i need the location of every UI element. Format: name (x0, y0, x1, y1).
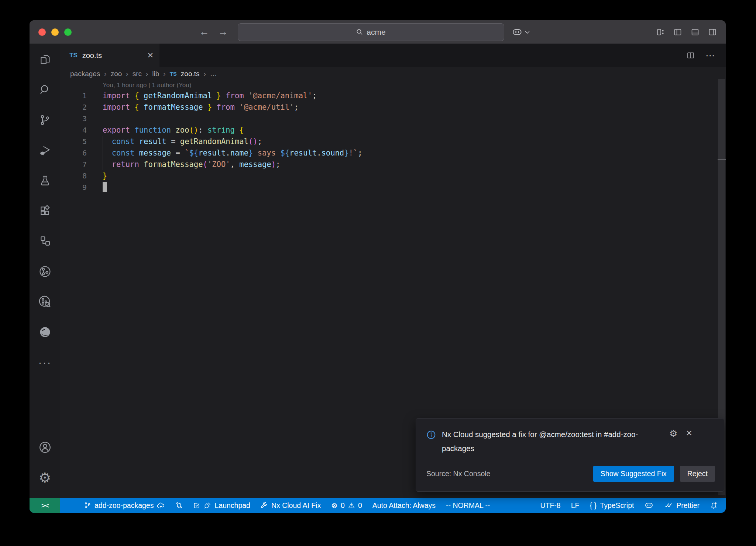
line-number: 8 (60, 170, 87, 182)
chevron-right-icon: › (146, 70, 148, 78)
auto-attach-item[interactable]: Auto Attach: Always (367, 498, 441, 513)
additional-views-icon[interactable]: ··· (30, 347, 60, 378)
line-number: 4 (60, 124, 87, 136)
chevron-down-icon (525, 30, 530, 34)
text-cursor (103, 182, 107, 192)
git-branch-item[interactable]: add-zoo-packages (79, 498, 170, 513)
search-icon (356, 28, 363, 36)
forward-arrow-icon[interactable]: → (214, 27, 233, 37)
nx-console-icon[interactable] (30, 256, 60, 287)
line-content[interactable] (103, 182, 107, 193)
problems-item[interactable]: ⊗ 0 ⚠ 0 (326, 498, 367, 513)
code-line[interactable]: 5 const result = getRandomAnimal(); (60, 136, 726, 147)
line-content[interactable]: } (103, 170, 107, 182)
settings-gear-icon[interactable]: ⚙ (30, 463, 60, 493)
wrench-icon (261, 502, 268, 509)
line-content[interactable]: import { getRandomAnimal } from '@acme/a… (103, 90, 317, 102)
warning-count: 0 (358, 501, 362, 510)
git-compare-item[interactable] (170, 498, 188, 513)
command-center-search[interactable]: acme (238, 23, 504, 41)
code-lines[interactable]: 1import { getRandomAnimal } from '@acme/… (60, 90, 726, 193)
formatter-item[interactable]: ✓✓ Prettier (659, 498, 705, 513)
copilot-menu[interactable] (512, 27, 530, 37)
breadcrumb-item[interactable]: packages (70, 70, 100, 78)
show-suggested-fix-button[interactable]: Show Suggested Fix (593, 466, 674, 482)
close-window-button[interactable] (38, 28, 46, 36)
breadcrumb-more[interactable]: … (210, 70, 217, 78)
account-icon[interactable] (30, 432, 60, 463)
breadcrumb-item[interactable]: zoo (111, 70, 122, 78)
chevron-right-icon: › (204, 70, 206, 78)
vscode-window: ← → acme (30, 20, 726, 513)
line-content[interactable]: import { formatMessage } from '@acme/uti… (103, 102, 299, 113)
toggle-secondary-sidebar-icon[interactable] (708, 28, 717, 37)
explorer-icon[interactable] (30, 44, 60, 75)
encoding-item[interactable]: UTF-8 (535, 498, 566, 513)
back-arrow-icon[interactable]: ← (195, 27, 214, 37)
search-view-icon[interactable] (30, 75, 60, 105)
code-line[interactable]: 6 const message = `${result.name} says $… (60, 147, 726, 159)
code-line[interactable]: 9 (60, 182, 726, 193)
line-content[interactable]: const result = getRandomAnimal(); (103, 136, 262, 147)
indent-guide (103, 136, 103, 147)
customize-layout-icon[interactable] (656, 28, 665, 37)
minimize-window-button[interactable] (51, 28, 59, 36)
nx-cloud-icon[interactable] (30, 287, 60, 317)
notification-close-icon[interactable]: ✕ (685, 429, 692, 437)
copilot-icon (512, 27, 523, 37)
code-line[interactable]: 8} (60, 170, 726, 182)
cloud-upload-icon (157, 502, 165, 509)
breadcrumb-item[interactable]: lib (152, 70, 159, 78)
maximize-window-button[interactable] (64, 28, 72, 36)
editor-more-actions-icon[interactable]: ⋯ (705, 51, 715, 60)
source-control-icon[interactable] (30, 105, 60, 135)
vim-mode-indicator[interactable]: -- NORMAL -- (441, 498, 495, 513)
launchpad-label: Launchpad (214, 501, 250, 510)
braces-icon: { } (590, 502, 597, 509)
command-center-query: acme (367, 28, 385, 37)
reject-button[interactable]: Reject (680, 466, 715, 482)
chevron-right-icon: › (163, 70, 165, 78)
git-compare-icon (175, 502, 183, 509)
breadcrumb-file[interactable]: zoo.ts (181, 70, 200, 78)
language-mode-item[interactable]: { } TypeScript (584, 498, 639, 513)
extensions-icon[interactable] (30, 196, 60, 226)
line-content[interactable]: const message = `${result.name} says ${r… (103, 147, 362, 159)
remote-icon: >< (41, 501, 48, 509)
branch-name: add-zoo-packages (94, 501, 154, 510)
toggle-primary-sidebar-icon[interactable] (673, 28, 682, 37)
edge-tools-icon[interactable] (30, 317, 60, 347)
eol-item[interactable]: LF (566, 498, 585, 513)
line-number: 1 (60, 90, 87, 102)
code-line[interactable]: 2import { formatMessage } from '@acme/ut… (60, 102, 726, 113)
launchpad-item[interactable]: Launchpad (188, 498, 255, 513)
copilot-status-item[interactable] (639, 498, 659, 513)
toggle-panel-icon[interactable] (691, 28, 700, 37)
remote-indicator[interactable]: >< (30, 498, 60, 513)
info-icon (426, 430, 436, 440)
notification-source: Source: Nx Console (426, 470, 490, 478)
project-graph-icon[interactable] (30, 226, 60, 256)
code-line[interactable]: 7 return formatMessage('ZOO', message); (60, 159, 726, 170)
code-line[interactable]: 4export function zoo(): string { (60, 124, 726, 136)
code-line[interactable]: 3 (60, 113, 726, 124)
nx-cloud-fix-item[interactable]: Nx Cloud AI Fix (255, 498, 326, 513)
breadcrumb-item[interactable]: src (133, 70, 142, 78)
testing-icon[interactable] (30, 165, 60, 196)
code-line[interactable]: 1import { getRandomAnimal } from '@acme/… (60, 90, 726, 102)
line-content[interactable]: return formatMessage('ZOO', message); (103, 159, 280, 170)
line-number: 5 (60, 136, 87, 147)
line-content[interactable]: export function zoo(): string { (103, 124, 244, 136)
notification-settings-icon[interactable]: ⚙ (669, 429, 677, 438)
check-square-icon (193, 502, 200, 509)
line-number: 9 (60, 182, 87, 193)
line-number: 6 (60, 147, 87, 159)
split-editor-icon[interactable] (686, 51, 695, 60)
run-and-debug-icon[interactable] (30, 135, 60, 165)
tab-zoo-ts[interactable]: TS zoo.ts ✕ (60, 44, 159, 67)
notifications-bell-item[interactable] (705, 498, 723, 513)
nx-cloud-fix-label: Nx Cloud AI Fix (271, 501, 321, 510)
breadcrumb[interactable]: packages› zoo› src› lib› TS zoo.ts› … (60, 67, 726, 80)
tab-close-icon[interactable]: ✕ (147, 51, 154, 60)
copilot-icon (644, 501, 654, 509)
